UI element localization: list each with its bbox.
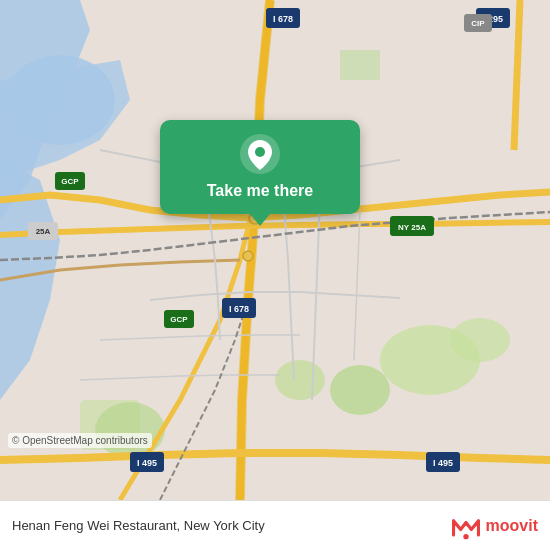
svg-text:CIP: CIP [471,19,485,28]
svg-point-5 [450,318,510,362]
moovit-icon [450,510,482,542]
svg-rect-8 [340,50,380,80]
bottom-bar: Henan Feng Wei Restaurant, New York City… [0,500,550,550]
svg-text:GCP: GCP [61,177,79,186]
svg-point-34 [463,534,468,539]
svg-point-4 [275,360,325,400]
svg-point-30 [243,251,253,261]
svg-text:I 678: I 678 [273,14,293,24]
take-me-there-label: Take me there [207,182,313,200]
svg-text:25A: 25A [36,227,51,236]
svg-point-3 [330,365,390,415]
moovit-logo: moovit [450,510,538,542]
svg-text:I 495: I 495 [137,458,157,468]
moovit-text: moovit [486,517,538,535]
take-me-there-popup[interactable]: Take me there [160,120,360,214]
svg-text:GCP: GCP [170,315,188,324]
svg-text:I 678: I 678 [229,304,249,314]
location-pin-icon [238,132,282,176]
svg-point-32 [255,147,265,157]
copyright-text: © OpenStreetMap contributors [8,433,152,448]
svg-point-7 [95,402,165,458]
svg-text:NY 25A: NY 25A [398,223,426,232]
map-container: I 678 I 295 I 678 I 495 I 495 NY 25A 25A… [0,0,550,500]
svg-text:I 495: I 495 [433,458,453,468]
restaurant-name: Henan Feng Wei Restaurant, New York City [12,518,265,533]
